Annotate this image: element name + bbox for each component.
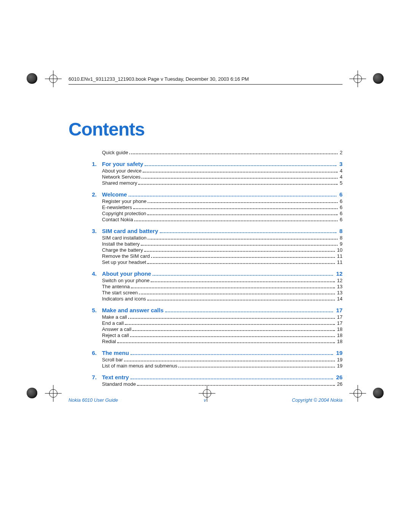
table-of-contents: Quick guide21.For your safety3About your… bbox=[68, 150, 342, 387]
toc-chapter-title: SIM card and battery bbox=[102, 228, 158, 234]
toc-sub-entry: Scroll bar19 bbox=[68, 357, 342, 363]
toc-sub-title: Charge the battery bbox=[102, 247, 143, 253]
toc-leader-dots bbox=[147, 263, 335, 264]
dot-mark-icon bbox=[27, 388, 37, 398]
toc-leader-dots bbox=[151, 281, 335, 282]
toc-sub-page: 6 bbox=[339, 217, 342, 222]
toc-leader-dots bbox=[143, 172, 338, 173]
toc-leader-dots bbox=[178, 367, 335, 367]
toc-leader-dots bbox=[133, 208, 338, 209]
toc-sub-entry: About your device4 bbox=[68, 168, 342, 174]
toc-sub-entry: Answer a call18 bbox=[68, 326, 342, 332]
toc-sub-entry: Set up your headset11 bbox=[68, 259, 342, 265]
toc-sub-entry: Copyright protection6 bbox=[68, 211, 342, 216]
toc-leader-dots bbox=[141, 245, 338, 246]
toc-leader-dots bbox=[165, 312, 333, 312]
toc-chapter-title: Text entry bbox=[102, 374, 129, 380]
toc-chapter-number: 7. bbox=[68, 374, 102, 380]
toc-leader-dots bbox=[131, 288, 335, 288]
registration-mark-icon bbox=[349, 385, 366, 402]
toc-sub-title: Install the battery bbox=[102, 241, 140, 247]
toc-leader-dots bbox=[134, 220, 338, 221]
toc-sub-title: SIM card installation bbox=[102, 235, 147, 241]
toc-sub-entry: E-newsletters6 bbox=[68, 204, 342, 210]
registration-mark-icon bbox=[45, 70, 62, 87]
toc-sub-page: 17 bbox=[336, 314, 342, 320]
toc-sub-title: Switch on your phone bbox=[102, 278, 150, 283]
toc-chapter-number: 3. bbox=[68, 228, 102, 234]
toc-chapter-title: The menu bbox=[102, 350, 129, 356]
running-header: 6010.ENv1_9311233_121903.book Page v Tue… bbox=[68, 76, 342, 82]
toc-chapter-page: 12 bbox=[335, 270, 342, 277]
toc-sub-entry: Charge the battery10 bbox=[68, 247, 342, 253]
toc-sub-entry: Make a call17 bbox=[68, 314, 342, 320]
toc-sub-entry: SIM card installation8 bbox=[68, 235, 342, 241]
toc-leader-dots bbox=[142, 178, 338, 179]
toc-chapter-entry: 2.Welcome6 bbox=[68, 191, 342, 198]
toc-sub-page: 8 bbox=[339, 235, 342, 241]
toc-chapter-number: 6. bbox=[68, 350, 102, 356]
toc-sub-page: 11 bbox=[336, 253, 342, 259]
toc-leader-dots bbox=[131, 379, 333, 379]
page-footer: Nokia 6010 User Guide v Copyright © 2004… bbox=[68, 398, 342, 403]
toc-sub-entry: End a call17 bbox=[68, 320, 342, 326]
toc-sub-entry: Remove the SIM card11 bbox=[68, 253, 342, 259]
toc-chapter-page: 6 bbox=[338, 191, 342, 198]
toc-sub-page: 19 bbox=[336, 363, 342, 369]
toc-leader-dots bbox=[128, 318, 335, 319]
toc-leader-dots bbox=[129, 153, 338, 154]
toc-sub-title: Set up your headset bbox=[102, 259, 146, 265]
toc-sub-page: 6 bbox=[339, 198, 342, 204]
toc-sub-title: Redial bbox=[102, 339, 116, 344]
toc-chapter-entry: 4.About your phone12 bbox=[68, 270, 342, 277]
dot-mark-icon bbox=[373, 73, 384, 84]
footer-center: v bbox=[204, 398, 206, 403]
toc-sub-title: Answer a call bbox=[102, 326, 131, 332]
toc-sub-entry: Reject a call18 bbox=[68, 332, 342, 338]
toc-leader-dots bbox=[153, 275, 333, 276]
toc-sub-title: Standard mode bbox=[102, 381, 136, 387]
toc-leader-dots bbox=[148, 202, 338, 203]
dot-mark-icon bbox=[373, 388, 384, 398]
toc-sub-entry: Switch on your phone12 bbox=[68, 278, 342, 283]
toc-sub-page: 6 bbox=[339, 211, 342, 216]
toc-leader-dots bbox=[144, 251, 335, 252]
toc-leader-dots bbox=[145, 165, 336, 166]
toc-sub-title: Quick guide bbox=[102, 150, 128, 155]
toc-sub-page: 18 bbox=[336, 332, 342, 338]
toc-sub-page: 17 bbox=[336, 320, 342, 326]
toc-chapter-entry: 7.Text entry26 bbox=[68, 374, 342, 380]
toc-sub-entry: Quick guide2 bbox=[68, 150, 342, 155]
toc-chapter-title: For your safety bbox=[102, 161, 143, 167]
toc-sub-page: 4 bbox=[339, 168, 342, 174]
page-content: 6010.ENv1_9311233_121903.book Page v Tue… bbox=[68, 76, 342, 403]
toc-sub-title: Indicators and icons bbox=[102, 296, 146, 302]
toc-chapter-number: 1. bbox=[68, 161, 102, 167]
toc-sub-page: 26 bbox=[336, 381, 342, 387]
dot-mark-icon bbox=[27, 73, 37, 84]
toc-leader-dots bbox=[139, 294, 335, 294]
toc-chapter-page: 3 bbox=[338, 161, 342, 167]
toc-leader-dots bbox=[151, 257, 335, 258]
footer-left: Nokia 6010 User Guide bbox=[68, 398, 118, 403]
toc-sub-entry: Register your phone6 bbox=[68, 198, 342, 204]
toc-leader-dots bbox=[148, 239, 338, 240]
toc-sub-title: Reject a call bbox=[102, 332, 129, 338]
toc-sub-entry: Indicators and icons14 bbox=[68, 296, 342, 302]
toc-sub-entry: The antenna13 bbox=[68, 284, 342, 289]
toc-sub-title: List of main menus and submenus bbox=[102, 363, 177, 369]
toc-sub-page: 18 bbox=[336, 326, 342, 332]
page-title: Contents bbox=[68, 119, 342, 140]
toc-sub-page: 12 bbox=[336, 278, 342, 283]
toc-sub-page: 13 bbox=[336, 284, 342, 289]
toc-sub-entry: Network Services4 bbox=[68, 174, 342, 180]
toc-chapter-title: About your phone bbox=[102, 270, 151, 277]
toc-sub-page: 13 bbox=[336, 290, 342, 296]
toc-sub-page: 10 bbox=[336, 247, 342, 253]
toc-sub-title: Remove the SIM card bbox=[102, 253, 150, 259]
toc-leader-dots bbox=[138, 184, 337, 185]
footer-right: Copyright © 2004 Nokia bbox=[292, 398, 342, 403]
registration-mark-icon bbox=[349, 70, 366, 87]
toc-chapter-title: Welcome bbox=[102, 191, 127, 198]
toc-leader-dots bbox=[131, 354, 333, 355]
